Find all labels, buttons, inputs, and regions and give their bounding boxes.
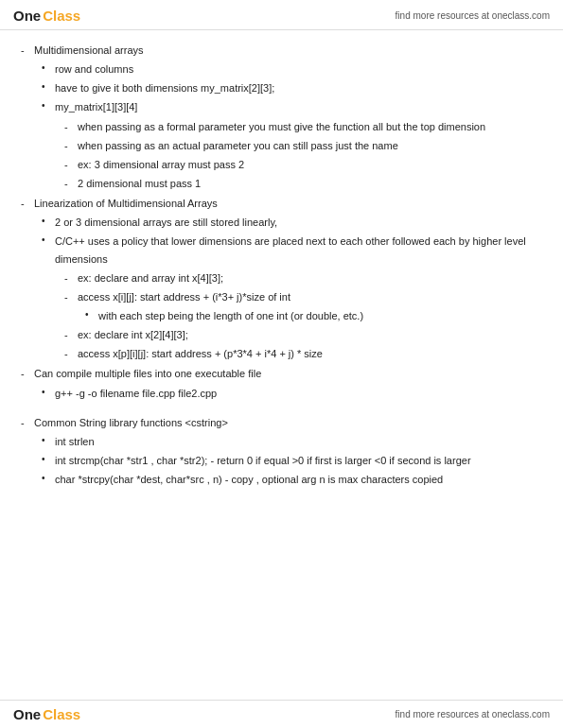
item-text: ex: 3 dimensional array must pass 2 [78,159,244,170]
item-text: access x[i][j]: start address + (i*3+ j)… [78,291,290,303]
item-text: Multidimensional arrays [34,44,144,56]
item-text: with each step being the length of one i… [98,310,363,321]
list-item: ex: declare int x[2][4][3]; [55,326,546,343]
list-item: int strlen [34,433,546,450]
footer-logo: OneClass [13,706,80,722]
list-item: g++ -g -o filename file.cpp file2.cpp [34,385,546,402]
main-list: Multidimensional arrays row and columns … [17,42,546,488]
item-text: ex: declare and array int x[4][3]; [78,272,223,284]
footer-logo-one: One [13,706,41,722]
header-link: find more resources at oneclass.com [396,10,550,21]
list-item: row and columns [34,61,546,78]
list-item: 2 or 3 dimensional arrays are still stor… [34,214,546,231]
list-item: access x[p][i][j]: start address + (p*3*… [55,345,546,362]
item-text: 2 or 3 dimensional arrays are still stor… [55,217,277,228]
item-text: int strcmp(char *str1 , char *str2); - r… [55,455,471,466]
sub-list: g++ -g -o filename file.cpp file2.cpp [34,385,546,402]
item-text: Can compile multiple files into one exec… [34,368,261,379]
item-text: my_matrix[1][3][4] [55,101,137,113]
list-item: have to give it both dimensions my_matri… [34,79,546,96]
sub-list: with each step being the length of one i… [78,307,546,324]
sub-list: when passing as a formal parameter you m… [55,118,546,193]
list-item: when passing as an actual parameter you … [55,137,546,154]
item-text: when passing as an actual parameter you … [78,140,398,151]
item-text: g++ -g -o filename file.cpp file2.cpp [55,388,217,399]
list-item: char *strcpy(char *dest, char*src , n) -… [34,471,546,488]
sub-list: ex: declare and array int x[4][3]; acces… [55,269,546,363]
footer-logo-class: Class [43,706,80,722]
item-text: char *strcpy(char *dest, char*src , n) -… [55,474,443,485]
logo: OneClass [13,8,80,24]
list-item: ex: declare and array int x[4][3]; [55,269,546,286]
logo-class: Class [43,8,80,24]
list-item: C/C++ uses a policy that lower dimension… [34,233,546,362]
list-item: access x[i][j]: start address + (i*3+ j)… [55,288,546,324]
item-text: access x[p][i][j]: start address + (p*3*… [78,348,323,359]
list-item: int strcmp(char *str1 , char *str2); - r… [34,452,546,469]
sub-list: row and columns have to give it both dim… [34,61,546,192]
item-text: ex: declare int x[2][4][3]; [78,329,188,340]
list-item: Multidimensional arrays row and columns … [17,42,546,192]
list-item: ex: 3 dimensional array must pass 2 [55,156,546,173]
sub-list: 2 or 3 dimensional arrays are still stor… [34,214,546,362]
item-text: int strlen [55,436,95,447]
header: OneClass find more resources at oneclass… [0,0,563,30]
list-item: Common String library functions <cstring… [17,414,546,489]
item-text: 2 dimensional must pass 1 [78,178,201,189]
footer: OneClass find more resources at oneclass… [0,700,563,728]
list-item: when passing as a formal parameter you m… [55,118,546,135]
list-item: my_matrix[1][3][4] when passing as a for… [34,98,546,192]
list-item: Can compile multiple files into one exec… [17,365,546,401]
list-item: Linearization of Multidimensional Arrays… [17,195,546,362]
footer-link: find more resources at oneclass.com [396,709,550,719]
item-text: C/C++ uses a policy that lower dimension… [55,235,526,264]
item-text: Linearization of Multidimensional Arrays [34,198,218,209]
list-item: with each step being the length of one i… [78,307,546,324]
list-item: 2 dimensional must pass 1 [55,175,546,192]
item-text: have to give it both dimensions my_matri… [55,82,274,94]
sub-list: int strlen int strcmp(char *str1 , char … [34,433,546,488]
main-content: Multidimensional arrays row and columns … [0,30,563,500]
logo-one: One [13,8,41,24]
item-text: row and columns [55,63,133,75]
item-text: when passing as a formal parameter you m… [78,121,485,132]
item-text: Common String library functions <cstring… [34,417,228,428]
